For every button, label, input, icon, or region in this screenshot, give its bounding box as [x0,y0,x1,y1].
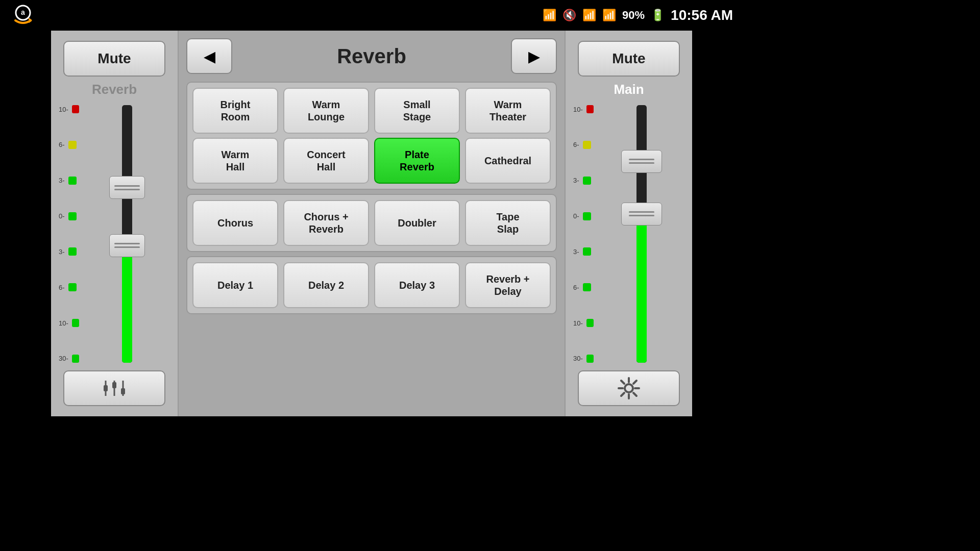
main-fader-track[interactable] [599,103,684,365]
cathedral-button[interactable]: Cathedral [465,138,551,184]
concert-hall-button[interactable]: ConcertHall [283,138,369,184]
reverb-delay-button[interactable]: Reverb +Delay [465,262,551,308]
vu-row-n30db: 30- [59,355,79,363]
chorus-reverb-button[interactable]: Chorus +Reverb [283,200,369,246]
center-title: Reverb [337,45,406,68]
svg-line-13 [621,381,624,384]
effect-row-3: Chorus Chorus +Reverb Doubler TapeSlap [192,200,551,246]
main-vu-row-n6db: 6- [573,283,594,291]
plate-reverb-button[interactable]: PlateReverb [374,138,460,184]
vu-led-green-n3 [68,247,77,256]
svg-text:a: a [21,8,25,16]
main-fader-line-3 [629,211,654,213]
svg-line-14 [633,393,636,396]
app-container: Mute Reverb 10- 6- 3- 0- [51,31,692,416]
status-bar-left: a [10,3,36,28]
main-channel-label: Main [614,82,644,97]
vu-row-n3db: 3- [59,247,79,256]
main-vu-led-red [586,105,594,113]
eq-button[interactable] [63,370,165,406]
svg-line-15 [633,381,636,384]
reverb-fader-handle-upper[interactable] [109,176,145,199]
main-vu-row-3db: 3- [573,177,594,185]
right-panel: Mute Main 10- 6- 3- 0- [565,31,692,416]
warm-hall-button[interactable]: WarmHall [192,138,278,184]
main-vu-row-n10db: 10- [573,319,594,327]
main-vu-led-green-n3 [583,247,591,256]
delay-1-button[interactable]: Delay 1 [192,262,278,308]
main-fader-handle-lower[interactable] [621,203,662,226]
prev-button[interactable]: ◀ [186,38,232,74]
fader-line-4 [114,246,140,248]
svg-rect-5 [112,382,116,388]
clock: 10:56 AM [671,7,733,23]
reverb-vu-meter: 10- 6- 3- 0- 3- [59,103,79,365]
vu-row-6db: 6- [59,141,79,149]
gear-icon [616,375,642,401]
bright-room-button[interactable]: BrightRoom [192,88,278,134]
effect-row-4: Delay 1 Delay 2 Delay 3 Reverb +Delay [192,262,551,308]
center-top-nav: ◀ Reverb ▶ [186,38,557,74]
fader-line-2 [114,189,140,190]
reverb-fader-track[interactable] [84,103,170,365]
main-vu-row-10db: 10- [573,105,594,113]
equalizer-icon [102,378,127,398]
vu-led-green-0 [68,212,77,220]
main-fader-handle-upper[interactable] [621,150,662,173]
vu-led-green-3 [68,177,77,185]
main-vu-row-6db: 6- [573,141,594,149]
vu-row-n10db: 10- [59,319,79,327]
main-fader-line-2 [629,162,654,164]
small-stage-button[interactable]: SmallStage [374,88,460,134]
vu-row-n6db: 6- [59,283,79,291]
reverb-fader-area: 10- 6- 3- 0- 3- [59,103,170,365]
main-fader-line-1 [629,159,654,160]
fader-line-3 [114,243,140,244]
vu-row-10db: 10- [59,105,79,113]
main-fader-area: 10- 6- 3- 0- 3- [573,103,684,365]
wifi-icon: 📶 [582,9,596,22]
reverb-section-2: Chorus Chorus +Reverb Doubler TapeSlap [186,194,557,252]
warm-lounge-button[interactable]: WarmLounge [283,88,369,134]
reverb-mute-button[interactable]: Mute [63,41,165,77]
tape-slap-button[interactable]: TapeSlap [465,200,551,246]
svg-point-8 [625,384,633,392]
reverb-fader-handle-lower[interactable] [109,234,145,257]
vu-row-0db: 0- [59,212,79,220]
main-vu-led-yellow [583,141,591,149]
doubler-button[interactable]: Doubler [374,200,460,246]
main-vu-row-0db: 0- [573,212,594,220]
next-button[interactable]: ▶ [511,38,557,74]
chorus-button[interactable]: Chorus [192,200,278,246]
warm-theater-button[interactable]: WarmTheater [465,88,551,134]
svg-line-16 [621,393,624,396]
volume-mute-icon: 🔇 [562,9,576,22]
main-vu-led-green-3 [583,177,591,185]
svg-rect-7 [121,388,125,394]
main-vu-meter: 10- 6- 3- 0- 3- [573,103,594,365]
main-vu-row-n30db: 30- [573,355,594,363]
amazon-icon: a [10,3,36,28]
main-vu-led-green-0 [583,212,591,220]
main-vu-led-green-n30 [586,355,594,363]
main-vu-led-green-n6 [583,283,591,291]
reverb-section-1: BrightRoom WarmLounge SmallStage WarmThe… [186,82,557,190]
effect-row-1: BrightRoom WarmLounge SmallStage WarmThe… [192,88,551,134]
delay-3-button[interactable]: Delay 3 [374,262,460,308]
main-vu-row-n3db: 3- [573,247,594,256]
vu-led-red [72,105,79,113]
vu-led-green-n10 [72,319,79,327]
delay-2-button[interactable]: Delay 2 [283,262,369,308]
fader-line-1 [114,185,140,187]
left-panel: Mute Reverb 10- 6- 3- 0- [51,31,179,416]
main-mute-button[interactable]: Mute [578,41,680,77]
status-bar-right: 📶 🔇 📶 📶 90% 🔋 10:56 AM [543,7,733,23]
bluetooth-icon: 📶 [543,9,556,22]
battery-icon: 🔋 [651,9,665,22]
reverb-section-3: Delay 1 Delay 2 Delay 3 Reverb +Delay [186,256,557,314]
main-vu-led-green-n10 [586,319,594,327]
vu-led-green-n6 [68,283,77,291]
signal-icon: 📶 [602,9,616,22]
settings-button[interactable] [578,370,680,406]
vu-row-3db: 3- [59,177,79,185]
